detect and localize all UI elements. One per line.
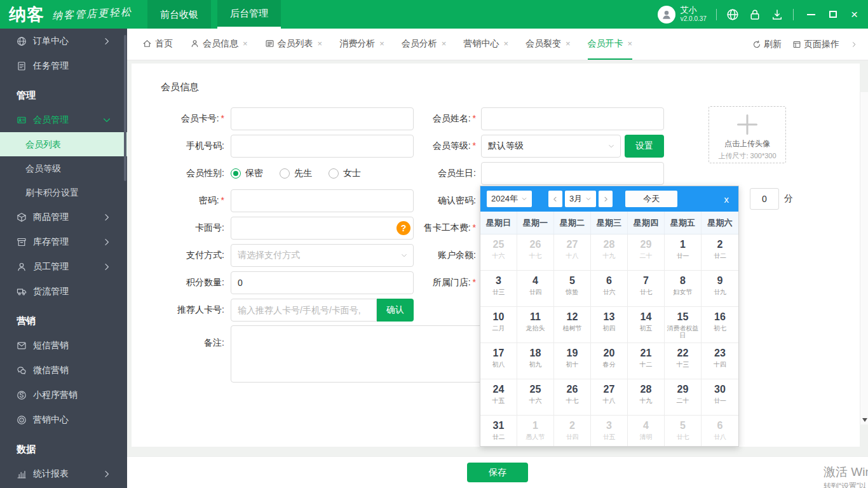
calendar-day-cell[interactable]: 29二十 xyxy=(628,234,665,271)
sidebar-item-member-level[interactable]: 会员等级 xyxy=(0,156,127,180)
scroll-down-arrow[interactable] xyxy=(862,418,867,422)
close-button[interactable]: × xyxy=(851,8,858,20)
tab-home[interactable]: 首页 xyxy=(142,29,173,60)
calendar-day-cell[interactable]: 26十七 xyxy=(517,234,554,271)
sidebar-item-card-points-setting[interactable]: 刷卡积分设置 xyxy=(0,180,127,205)
calendar-year-select[interactable]: 2024年 xyxy=(487,191,532,207)
tab-close-icon[interactable]: × xyxy=(243,39,248,48)
download-icon[interactable] xyxy=(771,8,783,21)
tab-close-icon[interactable]: × xyxy=(442,39,447,48)
birthday-input[interactable] xyxy=(481,162,664,185)
calendar-day-cell[interactable]: 7廿七 xyxy=(628,271,665,307)
member-name-input[interactable] xyxy=(481,107,664,130)
calendar-day-cell[interactable]: 4清明 xyxy=(628,416,665,447)
calendar-day-cell[interactable]: 1愚人节 xyxy=(517,416,554,447)
sidebar-item-order-center[interactable]: 订单中心 xyxy=(0,29,127,53)
tab-member-info[interactable]: 会员信息× xyxy=(190,29,248,60)
sidebar-item-member-manage[interactable]: 会员管理 xyxy=(0,107,127,132)
calendar-day-cell[interactable]: 16初七 xyxy=(702,307,738,343)
calendar-day-cell[interactable]: 4廿四 xyxy=(517,271,554,307)
calendar-day-cell[interactable]: 28十九 xyxy=(628,379,665,416)
calendar-day-cell[interactable]: 12植树节 xyxy=(554,307,591,343)
calendar-month-select[interactable]: 3月 xyxy=(565,191,596,207)
sidebar-item-logistics-manage[interactable]: 货流管理 xyxy=(0,279,127,304)
calendar-day-cell[interactable]: 6廿六 xyxy=(591,271,628,307)
member-card-no-input[interactable] xyxy=(231,107,414,130)
gender-option[interactable]: 保密 xyxy=(231,168,263,179)
referrer-input[interactable] xyxy=(231,299,377,322)
calendar-day-cell[interactable]: 22十三 xyxy=(665,343,702,379)
calendar-day-cell[interactable]: 1廿一 xyxy=(665,234,702,271)
calendar-day-cell[interactable]: 15消费者权益日 xyxy=(665,307,702,343)
lock-icon[interactable] xyxy=(749,8,761,21)
calendar-day-cell[interactable]: 23十四 xyxy=(702,343,738,379)
sidebar-item-goods-manage[interactable]: 商品管理 xyxy=(0,205,127,229)
sidebar-item-stock-manage[interactable]: 库存管理 xyxy=(0,229,127,254)
calendar-close-icon[interactable]: x xyxy=(721,194,733,204)
calendar-day-cell[interactable]: 13初四 xyxy=(591,307,628,343)
calendar-day-cell[interactable]: 5惊蛰 xyxy=(554,271,591,307)
calendar-day-cell[interactable]: 25十六 xyxy=(517,379,554,416)
calendar-day-cell[interactable]: 19初十 xyxy=(554,343,591,379)
tab-close-icon[interactable]: × xyxy=(566,39,571,48)
maximize-button[interactable] xyxy=(829,11,837,18)
globe-icon[interactable] xyxy=(726,8,739,21)
chevron-right-icon[interactable] xyxy=(850,41,858,48)
vertical-scrollbar[interactable] xyxy=(860,92,868,424)
calendar-day-cell[interactable]: 10二月 xyxy=(480,307,517,343)
user-avatar[interactable] xyxy=(658,6,675,24)
phone-input[interactable] xyxy=(231,135,414,158)
password-input[interactable] xyxy=(231,189,414,212)
calendar-day-cell[interactable]: 21十二 xyxy=(628,343,665,379)
tab-member-fission[interactable]: 会员裂变× xyxy=(526,29,571,60)
calendar-day-cell[interactable]: 28十九 xyxy=(591,234,628,271)
help-icon[interactable]: ? xyxy=(397,221,410,235)
calendar-day-cell[interactable]: 8妇女节 xyxy=(665,271,702,307)
calendar-day-cell[interactable]: 18初九 xyxy=(517,343,554,379)
sidebar-item-member-list[interactable]: 会员列表 xyxy=(0,132,127,156)
calendar-day-cell[interactable]: 9廿九 xyxy=(702,271,738,307)
avatar-upload-box[interactable]: 点击上传头像 上传尺寸: 300*300 xyxy=(709,106,786,163)
calendar-day-cell[interactable]: 24十五 xyxy=(480,379,517,416)
extra-value-input[interactable] xyxy=(750,188,779,210)
calendar-day-cell[interactable]: 3廿五 xyxy=(591,416,628,447)
tab-member-analysis[interactable]: 会员分析× xyxy=(402,29,447,60)
sidebar-item-sms-marketing[interactable]: 短信营销 xyxy=(0,333,127,358)
calendar-day-cell[interactable]: 6廿八 xyxy=(702,416,738,447)
sidebar-item-staff-manage[interactable]: 员工管理 xyxy=(0,254,127,279)
card-face-input[interactable] xyxy=(231,217,414,240)
calendar-day-cell[interactable]: 2廿四 xyxy=(554,416,591,447)
page-operations-button[interactable]: 页面操作 xyxy=(792,39,839,50)
nav-frontdesk-button[interactable]: 前台收银 xyxy=(147,0,211,29)
sidebar-item-marketing-center[interactable]: 营销中心 xyxy=(0,407,127,432)
member-level-select[interactable]: 默认等级 xyxy=(481,135,621,158)
calendar-today-button[interactable]: 今天 xyxy=(625,191,677,207)
gender-option[interactable]: 先生 xyxy=(280,168,312,179)
sidebar-item-miniapp-marketing[interactable]: 小程序营销 xyxy=(0,383,127,407)
pay-method-select[interactable]: 请选择支付方式 xyxy=(231,244,414,267)
save-button[interactable]: 保存 xyxy=(467,463,528,482)
calendar-day-cell[interactable]: 3廿三 xyxy=(480,271,517,307)
points-input[interactable] xyxy=(231,271,414,294)
tab-close-icon[interactable]: × xyxy=(318,39,323,48)
calendar-next-month-button[interactable] xyxy=(599,191,613,207)
calendar-day-cell[interactable]: 30廿一 xyxy=(702,379,738,416)
calendar-day-cell[interactable]: 25十六 xyxy=(480,234,517,271)
gender-option[interactable]: 女士 xyxy=(329,168,361,179)
tab-close-icon[interactable]: × xyxy=(628,39,633,48)
level-settings-button[interactable]: 设置 xyxy=(625,135,664,158)
calendar-day-cell[interactable]: 31廿二 xyxy=(480,416,517,447)
calendar-day-cell[interactable]: 27十八 xyxy=(591,379,628,416)
tab-member-card-open[interactable]: 会员开卡× xyxy=(588,29,633,60)
minimize-button[interactable] xyxy=(807,14,815,15)
calendar-day-cell[interactable]: 11龙抬头 xyxy=(517,307,554,343)
refresh-button[interactable]: 刷新 xyxy=(752,39,782,50)
remark-textarea[interactable] xyxy=(231,325,485,383)
calendar-prev-month-button[interactable] xyxy=(548,191,562,207)
nav-backend-button[interactable]: 后台管理 xyxy=(217,0,281,29)
sidebar-item-task-manage[interactable]: 任务管理 xyxy=(0,53,127,78)
tab-member-list[interactable]: 会员列表× xyxy=(265,29,323,60)
calendar-day-cell[interactable]: 27十八 xyxy=(554,234,591,271)
calendar-day-cell[interactable]: 2廿二 xyxy=(702,234,738,271)
calendar-day-cell[interactable]: 5廿七 xyxy=(665,416,702,447)
